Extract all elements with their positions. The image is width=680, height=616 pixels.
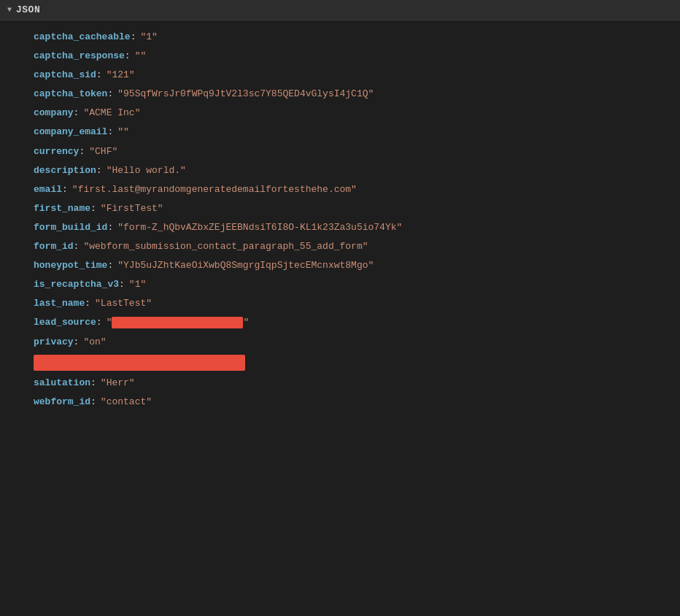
json-row: first_name: "FirstTest": [0, 199, 680, 218]
json-key: form_build_id: [34, 220, 107, 236]
json-value: "": [135, 48, 147, 64]
json-value: "ACME Inc": [83, 105, 140, 121]
json-content: captcha_cacheable: "1" captcha_response:…: [0, 20, 680, 419]
json-value: "Herr": [101, 375, 135, 391]
json-value: "1": [129, 277, 146, 293]
json-value: "form-Z_hQbvAZbxZEjEEBNdsiT6I8O-KL1k23Za…: [117, 220, 402, 236]
json-key: description: [34, 163, 96, 179]
json-key: captcha_token: [34, 86, 107, 102]
json-row: honeypot_time: "YJb5uJZhtKaeOiXwbQ8Smgrg…: [0, 256, 680, 275]
json-value: "Hello world.": [107, 163, 186, 179]
json-value: "first.last@myrandomgeneratedemailfortes…: [72, 182, 357, 198]
json-value: "1": [140, 29, 157, 45]
json-value: "YJb5uJZhtKaeOiXwbQ8SmgrgIqpSjtecEMcnxwt…: [117, 258, 374, 274]
json-key: honeypot_time: [34, 258, 107, 274]
json-row: captcha_sid: "121": [0, 66, 680, 85]
collapse-arrow-icon[interactable]: ▼: [7, 6, 12, 14]
json-value-quote-close: ": [243, 315, 249, 331]
json-key: email: [34, 182, 62, 198]
json-key-lead-source: lead_source: [34, 315, 96, 331]
redacted-value: [112, 317, 243, 328]
json-row: is_recaptcha_v3: "1": [0, 275, 680, 294]
panel-header: ▼ JSON: [0, 0, 680, 20]
json-row: last_name: "LastTest": [0, 294, 680, 313]
json-key: company: [34, 105, 74, 121]
json-row: captcha_response: "": [0, 47, 680, 66]
json-value: "FirstTest": [101, 201, 163, 217]
json-value: "": [117, 124, 129, 140]
json-value: "95SqfWrsJr0fWPq9JtV2l3sc7Y85QED4vGlysI4…: [117, 86, 374, 102]
json-value: "contact": [101, 394, 152, 410]
json-row: description: "Hello world.": [0, 161, 680, 180]
json-row: email: "first.last@myrandomgeneratedemai…: [0, 180, 680, 199]
json-row: webform_id: "contact": [0, 393, 680, 412]
json-row: form_build_id: "form-Z_hQbvAZbxZEjEEBNds…: [0, 218, 680, 237]
json-value: "on": [83, 334, 106, 350]
redacted-block-bar: [34, 355, 245, 371]
json-value: "CHF": [89, 144, 117, 160]
json-row: currency: "CHF": [0, 142, 680, 161]
json-key: captcha_cacheable: [34, 29, 131, 45]
panel-title: JSON: [16, 4, 40, 15]
json-row: company: "ACME Inc": [0, 104, 680, 123]
json-value-quote-open: ": [107, 315, 112, 331]
json-value: "webform_submission_contact_paragraph_55…: [83, 239, 368, 255]
json-row: privacy: "on": [0, 333, 680, 352]
json-key: privacy: [34, 334, 74, 350]
json-row: salutation: "Herr": [0, 374, 680, 393]
json-key: currency: [34, 144, 79, 160]
json-key: webform_id: [34, 394, 90, 410]
json-row: company_email: "": [0, 123, 680, 142]
json-key: captcha_sid: [34, 67, 96, 83]
json-row-lead-source: lead_source: "": [0, 313, 680, 332]
json-key: first_name: [34, 201, 90, 217]
json-row: captcha_cacheable: "1": [0, 28, 680, 47]
json-key: captcha_response: [34, 48, 125, 64]
json-key: is_recaptcha_v3: [34, 277, 119, 293]
json-row: form_id: "webform_submission_contact_par…: [0, 237, 680, 256]
json-value: "LastTest": [95, 296, 152, 312]
json-key: last_name: [34, 296, 85, 312]
json-value: "121": [107, 67, 135, 83]
json-key: form_id: [34, 239, 74, 255]
json-row: captcha_token: "95SqfWrsJr0fWPq9JtV2l3sc…: [0, 85, 680, 104]
json-key: salutation: [34, 375, 90, 391]
json-key: company_email: [34, 124, 107, 140]
